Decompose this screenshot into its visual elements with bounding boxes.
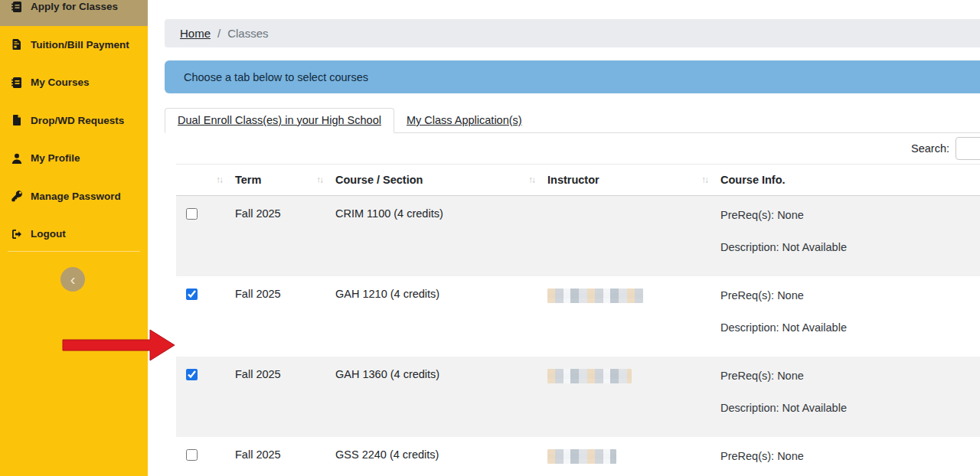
info-banner-text: Choose a tab below to select courses [184,71,368,83]
table-row: Fall 2025 GSS 2240 (4 credits) PreReq(s)… [176,437,980,476]
search-filter: Search: [911,137,980,160]
prereq-text: PreReq(s): None [720,368,980,384]
file-invoice-icon [11,38,23,51]
sidebar: Apply for Classes Tuition/Bill Payment M… [0,0,148,476]
course-info-cell: PreReq(s): None Description: Not Availab… [709,437,980,476]
file-icon [11,114,23,126]
course-cell: GSS 2240 (4 credits) [324,437,536,476]
redacted-instructor-name [547,289,643,303]
course-cell: GAH 1210 (4 credits) [324,276,536,357]
sidebar-item-label: Drop/WD Requests [31,115,124,126]
course-cell: GAH 1360 (4 credits) [324,357,536,437]
sort-icon[interactable]: ↑↓ [528,174,534,185]
sidebar-item-label: Tuition/Bill Payment [31,39,129,51]
tab-dual-enroll-classes[interactable]: Dual Enroll Class(es) in your High Schoo… [165,108,394,133]
instructor-cell [536,276,709,357]
sidebar-item-apply-for-classes[interactable]: Apply for Classes [0,0,148,26]
description-text: Description: Not Available [720,320,980,336]
table-controls: Search: [165,133,980,164]
sidebar-divider [8,251,140,252]
sidebar-item-tuition-bill-payment[interactable]: Tuition/Bill Payment [0,26,148,64]
term-cell: Fall 2025 [224,357,324,437]
term-cell: Fall 2025 [224,437,324,476]
sidebar-item-my-courses[interactable]: My Courses [0,64,148,102]
row-checkbox[interactable] [186,289,198,300]
info-banner: Choose a tab below to select courses [165,60,980,93]
description-text: Description: Not Available [720,240,980,256]
sidebar-item-label: Logout [31,228,66,240]
row-checkbox[interactable] [186,369,198,380]
sidebar-collapse-button[interactable]: ‹ [60,267,85,292]
sidebar-item-label: Apply for Classes [31,1,118,12]
sort-icon[interactable]: ↑↓ [701,174,707,185]
table-row-annotated: Fall 2025 GAH 1360 (4 credits) PreReq(s)… [176,357,980,437]
prereq-text: PreReq(s): None [720,207,980,223]
chevron-left-icon: ‹ [70,271,76,288]
sidebar-nav: Apply for Classes Tuition/Bill Payment M… [0,0,148,253]
redacted-instructor-name [547,369,632,383]
breadcrumb-current: Classes [227,27,268,40]
course-info-cell: PreReq(s): None Description: Not Availab… [709,357,980,437]
tab-bar: Dual Enroll Class(es) in your High Schoo… [165,106,980,133]
term-cell: Fall 2025 [224,196,324,277]
course-info-cell: PreReq(s): None Description: Not Availab… [709,276,980,357]
instructor-cell [536,357,709,437]
sort-icon[interactable]: ↑↓ [216,174,222,185]
redacted-instructor-name [547,449,616,464]
sidebar-item-my-profile[interactable]: My Profile [0,139,148,178]
column-header-course-info[interactable]: Course Info. [709,165,980,196]
column-header-instructor[interactable]: Instructor ↑↓ [536,165,709,196]
classes-table: ↑↓ Term ↑↓ Course / Section ↑↓ Instructo… [176,164,980,476]
table-row: Fall 2025 GAH 1210 (4 credits) PreReq(s)… [176,276,980,357]
row-checkbox[interactable] [186,449,198,461]
search-input[interactable] [956,137,980,160]
main-content: Home / Classes Choose a tab below to sel… [148,0,980,476]
search-label: Search: [911,142,949,155]
term-cell: Fall 2025 [224,276,324,357]
key-icon [11,190,23,202]
instructor-cell [536,437,709,476]
instructor-cell [536,196,709,277]
user-icon [11,152,23,165]
table-row: Fall 2025 CRIM 1100 (4 credits) PreReq(s… [176,196,980,277]
sidebar-item-label: My Courses [31,77,90,88]
sidebar-item-label: My Profile [31,152,80,164]
sidebar-item-label: Manage Password [31,191,121,202]
breadcrumb-home-link[interactable]: Home [180,27,211,40]
course-info-cell: PreReq(s): None Description: Not Availab… [709,196,980,277]
sidebar-item-manage-password[interactable]: Manage Password [0,178,148,216]
sort-icon[interactable]: ↑↓ [316,174,322,185]
breadcrumb-separator: / [217,27,220,40]
address-book-icon [11,77,23,89]
breadcrumb: Home / Classes [165,19,980,47]
tab-my-class-applications[interactable]: My Class Application(s) [394,109,534,132]
column-header-select[interactable]: ↑↓ [176,165,224,196]
sidebar-item-logout[interactable]: Logout [0,215,148,253]
description-text: Description: Not Available [720,400,980,416]
course-cell: CRIM 1100 (4 credits) [324,196,536,277]
sidebar-item-drop-wd-requests[interactable]: Drop/WD Requests [0,102,148,140]
column-header-course-section[interactable]: Course / Section ↑↓ [324,165,536,196]
prereq-text: PreReq(s): None [720,448,980,465]
table-header-row: ↑↓ Term ↑↓ Course / Section ↑↓ Instructo… [176,165,980,196]
column-header-term[interactable]: Term ↑↓ [224,165,324,196]
row-checkbox[interactable] [186,208,198,220]
address-book-icon [11,1,23,13]
logout-icon [11,228,23,240]
prereq-text: PreReq(s): None [720,288,980,304]
